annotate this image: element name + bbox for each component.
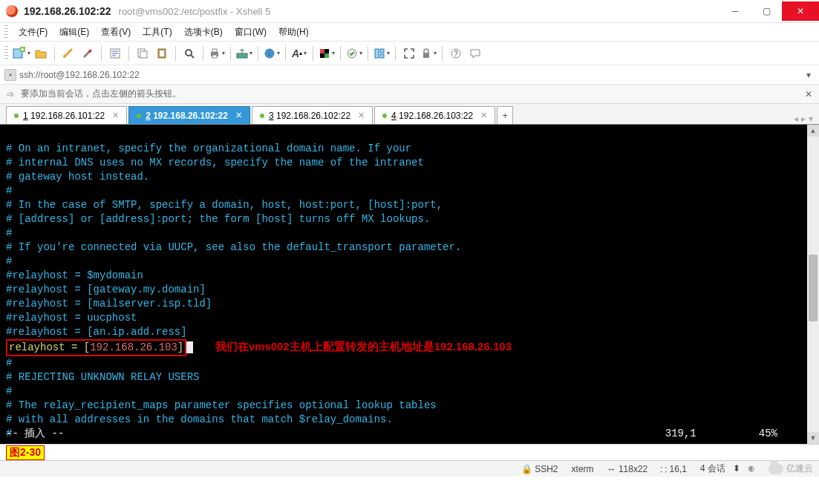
- svg-rect-20: [380, 49, 384, 53]
- disconnect-button[interactable]: [79, 45, 97, 62]
- script-button[interactable]: ▾: [345, 45, 363, 62]
- grip-icon: [4, 25, 8, 39]
- window-titlebar: 192.168.26.102:22 root@vms002:/etc/postf…: [0, 0, 819, 22]
- terminal-view[interactable]: # On an intranet, specify the organizati…: [0, 125, 807, 444]
- terminal-line: # In the case of SMTP, specify a domain,…: [6, 199, 443, 211]
- address-dropdown[interactable]: ▾: [803, 70, 815, 80]
- terminal-line: #: [6, 357, 12, 369]
- tab-close-icon[interactable]: ✕: [235, 111, 242, 120]
- svg-rect-12: [212, 55, 217, 58]
- menu-view[interactable]: 查看(V): [95, 24, 137, 40]
- menu-file[interactable]: 文件(F): [13, 24, 53, 40]
- terminal-line: #: [6, 185, 12, 197]
- menu-edit[interactable]: 编辑(E): [53, 24, 95, 40]
- status-dot-icon: [137, 114, 141, 118]
- find-button[interactable]: [180, 45, 198, 62]
- svg-rect-16: [320, 49, 324, 53]
- relayhost-highlight: relayhost = [192.168.26.103]: [6, 339, 186, 356]
- copy-button[interactable]: [134, 45, 151, 62]
- hint-close-icon[interactable]: ✕: [803, 89, 815, 99]
- tab-menu-icon[interactable]: ▾: [809, 114, 813, 124]
- globe-button[interactable]: ▾: [263, 45, 281, 62]
- terminal-line: #relayhost = uucphost: [6, 312, 137, 324]
- close-button[interactable]: ✕: [782, 1, 819, 21]
- terminal-line: # The relay_recipient_maps parameter spe…: [6, 399, 437, 411]
- terminal-line: # If you're connected via UUCP, see also…: [6, 241, 461, 253]
- minimize-button[interactable]: ─: [720, 1, 751, 21]
- status-bar: 🔒 SSH2 xterm ↔ 118x22 ⸬ 16,1 4 会话 ⬍ ⊕ 亿速…: [0, 460, 819, 477]
- tab-close-icon[interactable]: ✕: [358, 111, 365, 120]
- vim-position: 319,1: [665, 428, 696, 439]
- terminal-line: #: [6, 255, 12, 267]
- session-icon: ▪: [4, 69, 16, 81]
- transfer-button[interactable]: ▾: [235, 45, 253, 62]
- menu-tabs[interactable]: 选项卡(B): [178, 24, 229, 40]
- svg-point-9: [186, 50, 192, 56]
- tab-bar: 1 192.168.26.101:22 ✕ 2 192.168.26.102:2…: [0, 104, 819, 125]
- status-dot-icon: [14, 114, 19, 118]
- help-button[interactable]: ?: [447, 45, 465, 62]
- status-dot-icon: [382, 114, 387, 118]
- print-button[interactable]: ▾: [208, 45, 226, 62]
- svg-rect-8: [160, 50, 164, 56]
- tab-add-button[interactable]: +: [497, 106, 513, 124]
- hint-text: 要添加当前会话，点击左侧的箭头按钮。: [21, 88, 181, 100]
- svg-rect-17: [324, 53, 329, 58]
- scroll-down-icon[interactable]: ▼: [807, 432, 819, 444]
- tab-scroll-right-icon[interactable]: ▸: [801, 114, 806, 124]
- svg-rect-21: [380, 54, 384, 58]
- maximize-button[interactable]: ▢: [751, 1, 782, 21]
- toolbar: ▾ ▾ ▾ ▾ A▴▾ ▾ ▾ ▾ ▾ ?: [0, 42, 819, 65]
- cloud-icon: [769, 464, 783, 474]
- scroll-thumb[interactable]: [809, 255, 818, 321]
- status-sessions: 4 会话 ⬍ ⊕: [700, 462, 755, 475]
- tab-close-icon[interactable]: ✕: [480, 111, 487, 120]
- open-session-button[interactable]: [32, 45, 50, 62]
- tab-session-3[interactable]: 3 192.168.26.102:22 ✕: [252, 106, 373, 124]
- tab-scroll-left-icon[interactable]: ◂: [794, 114, 798, 124]
- menu-tools[interactable]: 工具(T): [137, 24, 177, 40]
- terminal-line: # On an intranet, specify the organizati…: [6, 143, 411, 154]
- fullscreen-button[interactable]: [400, 45, 418, 62]
- title-ip: 192.168.26.102:22: [24, 5, 111, 17]
- status-size: ↔ 118x22: [607, 464, 648, 474]
- feedback-button[interactable]: [466, 45, 484, 62]
- terminal-line: # gateway host instead.: [6, 171, 149, 183]
- vim-percent: 45%: [759, 428, 777, 439]
- tab-session-2[interactable]: 2 192.168.26.102:22 ✕: [128, 106, 250, 124]
- terminal-line: #relayhost = [mailserver.isp.tld]: [6, 298, 212, 310]
- tab-close-icon[interactable]: ✕: [112, 111, 119, 120]
- svg-rect-13: [237, 53, 247, 58]
- reconnect-button[interactable]: [59, 45, 77, 62]
- watermark-brand: 亿速云: [769, 462, 813, 475]
- tab-session-4[interactable]: 4 192.168.26.103:22 ✕: [374, 106, 495, 124]
- terminal-line: # internal DNS uses no MX records, speci…: [6, 157, 424, 168]
- paste-button[interactable]: [153, 45, 171, 62]
- terminal-line: #relayhost = $mydomain: [6, 269, 143, 281]
- menu-bar: 文件(F) 编辑(E) 查看(V) 工具(T) 选项卡(B) 窗口(W) 帮助(…: [0, 22, 819, 42]
- terminal-line: #: [6, 385, 12, 397]
- font-button[interactable]: A▴▾: [290, 45, 308, 62]
- annotation-text: 我们在vms002主机上配置转发的主机地址是192.168.26.103: [215, 340, 512, 353]
- address-url[interactable]: ssh://root@192.168.26.102:22: [19, 70, 803, 80]
- layout-button[interactable]: ▾: [373, 45, 391, 62]
- status-cursor: ⸬ 16,1: [661, 464, 687, 474]
- hint-arrow-icon[interactable]: ➩: [4, 88, 16, 100]
- lock-button[interactable]: ▾: [420, 45, 437, 62]
- svg-point-2: [63, 55, 66, 58]
- menu-window[interactable]: 窗口(W): [229, 24, 273, 40]
- status-term-type: xterm: [572, 464, 594, 474]
- new-session-button[interactable]: ▾: [13, 45, 30, 62]
- hint-bar: ➩ 要添加当前会话，点击左侧的箭头按钮。 ✕: [0, 85, 819, 104]
- svg-rect-11: [212, 49, 217, 52]
- grip-icon: [4, 46, 8, 61]
- terminal-line: #relayhost = [an.ip.add.ress]: [6, 326, 187, 338]
- status-dot-icon: [260, 114, 264, 118]
- scrollbar[interactable]: ▲ ▼: [807, 125, 819, 444]
- color-scheme-button[interactable]: ▾: [318, 45, 336, 62]
- scroll-up-icon[interactable]: ▲: [807, 125, 819, 137]
- properties-button[interactable]: [106, 45, 124, 62]
- tab-session-1[interactable]: 1 192.168.26.101:22 ✕: [6, 106, 127, 124]
- terminal-line: #: [6, 227, 12, 239]
- menu-help[interactable]: 帮助(H): [273, 24, 315, 40]
